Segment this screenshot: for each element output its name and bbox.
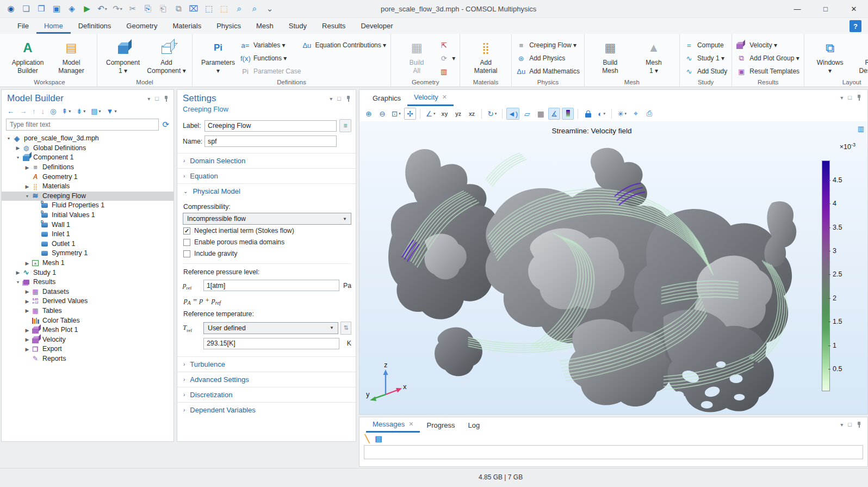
scene-light-icon[interactable]: ◄): [506, 108, 519, 120]
graphics-context-icon[interactable]: ▥: [858, 125, 864, 133]
messages-output[interactable]: [364, 445, 863, 459]
tree-node[interactable]: DWall 1: [2, 220, 173, 230]
redo-icon[interactable]: ↷▾: [111, 2, 124, 15]
undo-icon[interactable]: ↶▾: [96, 2, 109, 15]
delete-icon[interactable]: ⌧: [187, 2, 200, 15]
tree-node[interactable]: ▼◈pore_scale_flow_3d.mph: [2, 134, 173, 144]
menu-tab-study[interactable]: Study: [281, 18, 314, 34]
view-xz-icon[interactable]: xz: [466, 108, 478, 120]
expand-icon[interactable]: ▶: [23, 347, 31, 352]
expand-icon[interactable]: ▶: [14, 270, 22, 275]
tree-node[interactable]: Color Tables: [2, 316, 173, 325]
show-axis-icon[interactable]: ∡: [548, 108, 560, 120]
expand-icon[interactable]: ▶: [23, 184, 31, 189]
section-physical-model[interactable]: ⌄ Physical Model: [177, 183, 356, 199]
customize-chevron-icon[interactable]: ⌄: [263, 2, 276, 15]
tree-node[interactable]: ▶◍Global Definitions: [2, 144, 173, 153]
panel-menu-icon[interactable]: ▾: [147, 96, 150, 102]
menu-tab-home[interactable]: Home: [36, 18, 71, 34]
tree-node[interactable]: Outlet 1: [2, 239, 173, 249]
close-icon[interactable]: ✕: [408, 421, 413, 428]
view-yz-icon[interactable]: yz: [452, 108, 464, 120]
go-forward-icon[interactable]: →: [20, 107, 27, 115]
panel-menu-icon[interactable]: ▾: [840, 422, 843, 428]
save-icon[interactable]: ▣: [50, 2, 63, 15]
float-panel-icon[interactable]: □: [337, 95, 341, 102]
zoom-in-icon[interactable]: ⊕: [363, 108, 375, 120]
panel-menu-icon[interactable]: ▾: [840, 95, 843, 101]
move-up-icon[interactable]: ↑: [32, 107, 36, 115]
menu-tab-mesh[interactable]: Mesh: [249, 18, 281, 34]
parameter-case-button[interactable]: PiParameter Case: [240, 66, 301, 77]
expand-icon[interactable]: ▶: [23, 261, 31, 266]
tab-graphics[interactable]: Graphics: [366, 90, 407, 106]
import-geometry-button[interactable]: ⇱: [439, 40, 455, 51]
reset-desktop-button[interactable]: ⟳ResetDesktop ▾: [852, 36, 868, 75]
tree-node[interactable]: ▼≋Creeping Flow: [2, 192, 173, 201]
panel-menu-icon[interactable]: ▾: [330, 96, 332, 102]
tree-node[interactable]: ▶▦Datasets: [2, 287, 173, 297]
grid-icon[interactable]: ▦: [535, 108, 547, 120]
find-icon[interactable]: ⌕: [248, 2, 261, 15]
section-dependent-variables[interactable]: ›Dependent Variables: [177, 402, 356, 417]
paste-icon[interactable]: ⎗: [157, 2, 170, 15]
add-physics-button[interactable]: ⊛Add Physics: [516, 53, 580, 64]
pin-icon[interactable]: [346, 95, 351, 102]
menu-tab-definitions[interactable]: Definitions: [71, 18, 119, 34]
minimize-button[interactable]: —: [783, 0, 811, 18]
view-orientation-icon[interactable]: ∠▾: [424, 108, 437, 120]
float-panel-icon[interactable]: □: [848, 94, 852, 101]
section-equation[interactable]: ›Equation: [177, 168, 356, 183]
tree-node[interactable]: ▶▦Tables: [2, 306, 173, 316]
tree-node[interactable]: ▶Velocity: [2, 335, 173, 344]
tree-node[interactable]: ▶Mesh Plot 1: [2, 325, 173, 335]
zoom-box-icon[interactable]: ⊡▾: [390, 108, 402, 120]
expand-icon[interactable]: ▶: [14, 145, 22, 151]
windows-button[interactable]: ⧉Windows▾: [809, 36, 851, 75]
comsol-logo[interactable]: ◉: [4, 2, 17, 15]
tree-node[interactable]: ✎Reports: [2, 354, 173, 364]
select-plot-icon[interactable]: ✳▾: [616, 108, 628, 120]
menu-tab-materials[interactable]: Materials: [165, 18, 209, 34]
name-input[interactable]: [204, 135, 337, 147]
build-mesh-button[interactable]: ▦BuildMesh: [589, 36, 631, 75]
rotate-icon[interactable]: ↻▾: [486, 108, 498, 120]
float-panel-icon[interactable]: □: [155, 95, 159, 102]
expand-icon[interactable]: ▶: [23, 328, 31, 333]
menu-tab-file[interactable]: File: [10, 18, 36, 34]
expand-all-icon[interactable]: ⇞▾: [61, 107, 71, 115]
model-manager-button[interactable]: ▤ModelManager: [50, 36, 92, 75]
clear-messages-icon[interactable]: ╲: [365, 434, 369, 443]
temperature-input[interactable]: [203, 338, 339, 349]
tab-messages[interactable]: Messages✕: [366, 417, 420, 433]
collapse-all-icon[interactable]: ⇟▾: [76, 107, 85, 115]
save-search-icon[interactable]: ◈: [65, 2, 78, 15]
add-mathematics-button[interactable]: ΔuAdd Mathematics: [516, 66, 580, 77]
deselect-icon[interactable]: ⬚: [218, 2, 231, 15]
tab-log[interactable]: Log: [462, 417, 487, 433]
help-button[interactable]: ?: [850, 20, 861, 32]
pin-icon[interactable]: [857, 94, 862, 101]
tab-progress[interactable]: Progress: [420, 417, 461, 433]
move-down-icon[interactable]: ↓: [41, 107, 45, 115]
build-all-button[interactable]: ▦BuildAll: [395, 36, 438, 75]
show-legend-icon[interactable]: [562, 108, 574, 120]
livelink-sync-button[interactable]: ⟳▾: [439, 53, 455, 64]
tree-node[interactable]: Inlet 1: [2, 230, 173, 239]
section-advanced-settings[interactable]: ›Advanced Settings: [177, 372, 356, 387]
select-box-icon[interactable]: ⬚: [202, 2, 215, 15]
expand-icon[interactable]: ▶: [23, 165, 31, 170]
remove-details-button[interactable]: ▥: [439, 66, 455, 77]
tree-node[interactable]: Symmetry 1: [2, 249, 173, 258]
functions-button[interactable]: f(x)Functions ▾: [240, 53, 301, 64]
parameters-button[interactable]: PiParameters▾: [197, 36, 239, 75]
pref-input[interactable]: [203, 280, 339, 291]
add-study-button[interactable]: ∿Add Study: [684, 66, 727, 77]
rename-icon[interactable]: ≡: [339, 119, 351, 132]
checkbox-checked[interactable]: ✓: [183, 227, 190, 235]
mesh-1-button[interactable]: ▲Mesh1 ▾: [633, 36, 675, 75]
snapshot-icon[interactable]: ⌖: [630, 108, 642, 120]
show-icon[interactable]: ◎: [50, 107, 56, 115]
expand-icon[interactable]: ▶: [23, 299, 31, 304]
tree-node[interactable]: ▶∿Study 1: [2, 268, 173, 278]
